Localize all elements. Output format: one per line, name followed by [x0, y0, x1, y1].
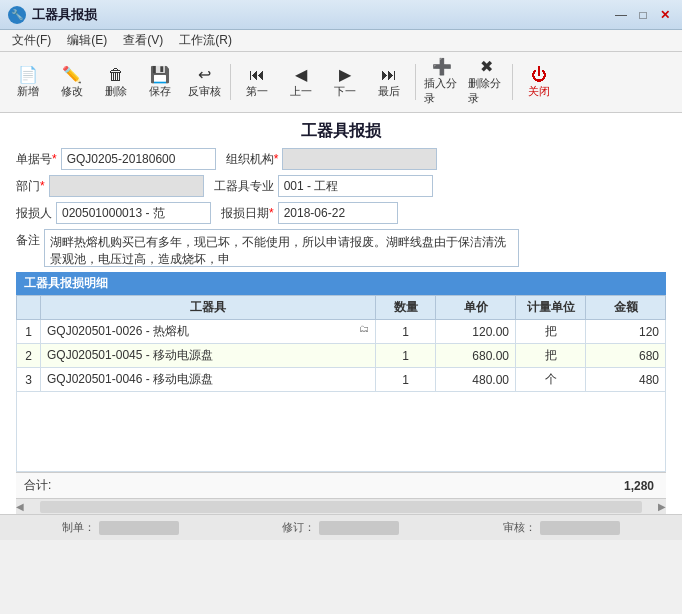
- col-num-header: [17, 296, 41, 320]
- menu-workflow[interactable]: 工作流(R): [171, 30, 240, 51]
- toolbar-separator-2: [415, 64, 416, 100]
- scroll-right-btn[interactable]: ▶: [658, 501, 666, 512]
- row-unit-2: 把: [516, 344, 586, 368]
- detail-table: 工器具 数量 单价 计量单位 金额 1 GQJ020501-0026 - 热熔机…: [16, 295, 666, 392]
- insert-entry-icon: ➕: [432, 58, 452, 76]
- form-row-1: 单据号* 组织机构*: [16, 148, 666, 170]
- row-tool-1: GQJ020501-0026 - 热熔机 🗂: [41, 320, 376, 344]
- prev-button[interactable]: ◀ 上一: [281, 64, 321, 101]
- next-label: 下一: [334, 84, 356, 99]
- row-unit-3: 个: [516, 368, 586, 392]
- row-expand-icon[interactable]: 🗂: [359, 323, 369, 334]
- menu-edit[interactable]: 编辑(E): [59, 30, 115, 51]
- next-icon: ▶: [339, 66, 351, 84]
- col-amount-header: 金额: [586, 296, 666, 320]
- close-form-icon: ⏻: [531, 66, 547, 84]
- summary-value: 1,280: [624, 479, 658, 493]
- col-qty-header: 数量: [376, 296, 436, 320]
- zhuanye-cell: 工器具专业: [214, 175, 433, 197]
- page-title: 工器具报损: [301, 122, 381, 139]
- row-qty-2: 1: [376, 344, 436, 368]
- baosunren-input[interactable]: [56, 202, 211, 224]
- zhuanye-input[interactable]: [278, 175, 433, 197]
- maximize-button[interactable]: □: [634, 6, 652, 24]
- bumen-input[interactable]: [49, 175, 204, 197]
- toolbar: 📄 新增 ✏️ 修改 🗑 删除 💾 保存 ↩ 反审核 ⏮ 第一 ◀ 上一 ▶ 下…: [0, 52, 682, 113]
- table-header-row: 工器具 数量 单价 计量单位 金额: [17, 296, 666, 320]
- baosunri-cell: 报损日期*: [221, 202, 398, 224]
- title-bar: 🔧 工器具报损 — □ ✕: [0, 0, 682, 30]
- row-num-2: 2: [17, 344, 41, 368]
- zhuanye-label: 工器具专业: [214, 178, 274, 195]
- row-qty-3: 1: [376, 368, 436, 392]
- edit-icon: ✏️: [62, 66, 82, 84]
- save-label: 保存: [149, 84, 171, 99]
- new-label: 新增: [17, 84, 39, 99]
- row-qty-1: 1: [376, 320, 436, 344]
- last-icon: ⏭: [381, 66, 397, 84]
- new-button[interactable]: 📄 新增: [8, 64, 48, 101]
- insert-entry-label: 插入分录: [424, 76, 460, 106]
- prev-icon: ◀: [295, 66, 307, 84]
- form-row-beizhu: 备注: [16, 229, 666, 267]
- minimize-button[interactable]: —: [612, 6, 630, 24]
- edit-button[interactable]: ✏️ 修改: [52, 64, 92, 101]
- delete-entry-icon: ✖: [480, 58, 493, 76]
- shenh-item: 审核：: [503, 520, 620, 535]
- xiuding-value: [319, 521, 399, 535]
- scroll-track[interactable]: [40, 501, 642, 513]
- window-title: 工器具报损: [32, 6, 97, 24]
- row-amount-2: 680: [586, 344, 666, 368]
- zuzhi-label: 组织机构*: [226, 151, 279, 168]
- baosunri-label: 报损日期*: [221, 205, 274, 222]
- row-tool-3: GQJ020501-0046 - 移动电源盘: [41, 368, 376, 392]
- last-label: 最后: [378, 84, 400, 99]
- first-button[interactable]: ⏮ 第一: [237, 64, 277, 101]
- baosunren-cell: 报损人: [16, 202, 211, 224]
- row-num-1: 1: [17, 320, 41, 344]
- row-amount-1: 120: [586, 320, 666, 344]
- scroll-left-btn[interactable]: ◀: [16, 501, 24, 512]
- form-row-2: 部门* 工器具专业: [16, 175, 666, 197]
- save-button[interactable]: 💾 保存: [140, 64, 180, 101]
- window-controls: — □ ✕: [612, 6, 674, 24]
- danhao-input[interactable]: [61, 148, 216, 170]
- first-label: 第一: [246, 84, 268, 99]
- row-amount-3: 480: [586, 368, 666, 392]
- row-price-2: 680.00: [436, 344, 516, 368]
- unaudit-button[interactable]: ↩ 反审核: [184, 64, 224, 101]
- new-icon: 📄: [18, 66, 38, 84]
- toolbar-separator-3: [512, 64, 513, 100]
- menu-view[interactable]: 查看(V): [115, 30, 171, 51]
- unaudit-label: 反审核: [188, 84, 221, 99]
- bumen-label: 部门*: [16, 178, 45, 195]
- delete-button[interactable]: 🗑 删除: [96, 64, 136, 101]
- delete-label: 删除: [105, 84, 127, 99]
- col-tool-header: 工器具: [41, 296, 376, 320]
- delete-icon: 🗑: [108, 66, 124, 84]
- beizhu-label: 备注: [16, 232, 40, 249]
- baosunren-label: 报损人: [16, 205, 52, 222]
- shenh-value: [540, 521, 620, 535]
- close-form-button[interactable]: ⏻ 关闭: [519, 64, 559, 101]
- first-icon: ⏮: [249, 66, 265, 84]
- horizontal-scrollbar[interactable]: ◀ ▶: [16, 498, 666, 514]
- last-button[interactable]: ⏭ 最后: [369, 64, 409, 101]
- row-tool-2: GQJ020501-0045 - 移动电源盘: [41, 344, 376, 368]
- delete-entry-button[interactable]: ✖ 删除分录: [466, 56, 506, 108]
- table-row: 3 GQJ020501-0046 - 移动电源盘 1 480.00 个 480: [17, 368, 666, 392]
- menu-file[interactable]: 文件(F): [4, 30, 59, 51]
- unaudit-icon: ↩: [198, 66, 211, 84]
- row-price-3: 480.00: [436, 368, 516, 392]
- beizhu-textarea[interactable]: [44, 229, 519, 267]
- close-button[interactable]: ✕: [656, 6, 674, 24]
- edit-label: 修改: [61, 84, 83, 99]
- table-section-header: 工器具报损明细: [16, 272, 666, 295]
- next-button[interactable]: ▶ 下一: [325, 64, 365, 101]
- form-row-3: 报损人 报损日期*: [16, 202, 666, 224]
- insert-entry-button[interactable]: ➕ 插入分录: [422, 56, 462, 108]
- summary-row: 合计: 1,280: [16, 472, 666, 498]
- zuzhi-input[interactable]: [282, 148, 437, 170]
- baosunri-input[interactable]: [278, 202, 398, 224]
- zuzhi-cell: 组织机构*: [226, 148, 438, 170]
